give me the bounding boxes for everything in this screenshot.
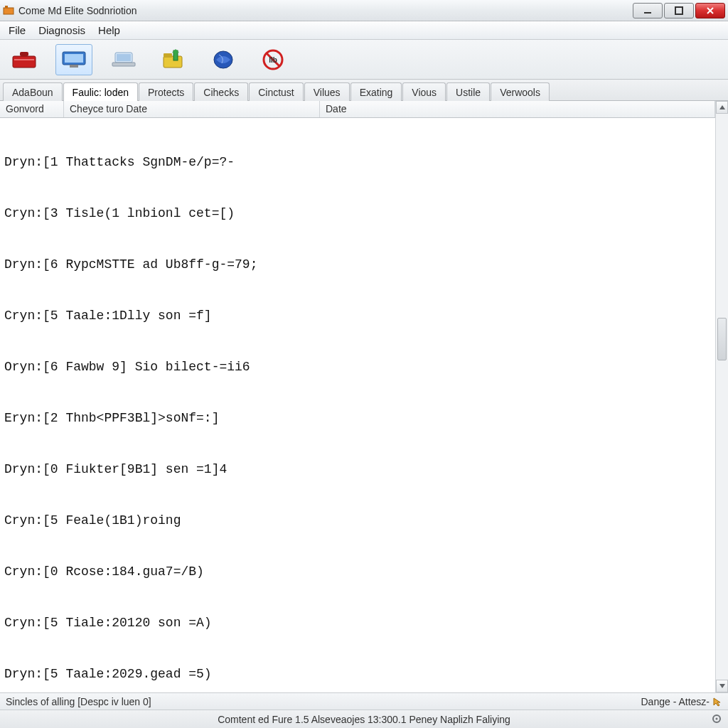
toolbar-tool-3[interactable]	[105, 44, 142, 75]
minimize-icon	[643, 6, 652, 15]
tab-cihecks[interactable]: Cihecks	[194, 82, 248, 101]
log-row[interactable]: Cryn:[3 Tisle(1 lnbionl cet=[)	[4, 205, 711, 222]
column-gonvord[interactable]: Gonvord	[0, 101, 64, 117]
tab-ustile[interactable]: Ustile	[446, 82, 490, 101]
menu-help[interactable]: Help	[94, 22, 129, 38]
svg-point-27	[716, 718, 718, 720]
svg-rect-8	[14, 59, 34, 60]
tab-vious[interactable]: Vious	[402, 82, 446, 101]
column-cheyce[interactable]: Cheyce turo Date	[64, 101, 320, 117]
prohibited-icon: IIb	[259, 49, 287, 70]
scroll-track[interactable]	[716, 114, 728, 680]
tab-exating[interactable]: Exating	[350, 82, 402, 101]
close-button[interactable]	[695, 3, 725, 18]
title-bar: Come Md Elite Sodnriotion	[0, 0, 728, 21]
tab-faulic[interactable]: Faulic: loden	[63, 82, 138, 101]
toolbar-tool-1[interactable]	[6, 44, 43, 75]
svg-rect-6	[13, 56, 36, 68]
app-window: Come Md Elite Sodnriotion File Diagnosis…	[0, 0, 728, 728]
close-icon	[706, 6, 714, 15]
footer-bar: Comtent ed Fure 1.5 Alseveaojes 13:300.1…	[0, 710, 728, 728]
log-row[interactable]: Dryn:[6 RypcMSTTE ad Ub8ff-g-=79;	[4, 256, 711, 273]
svg-marker-25	[714, 698, 720, 706]
window-title: Come Md Elite Sodnriotion	[18, 5, 631, 16]
footer-icon	[711, 713, 722, 727]
svg-rect-1	[5, 6, 8, 8]
status-left-text: Sincles of alling [Despc iv luen 0]	[6, 696, 151, 707]
column-date[interactable]: Date	[320, 101, 715, 117]
maximize-button[interactable]	[664, 3, 694, 18]
status-bar: Sincles of alling [Despc iv luen 0] Dang…	[0, 692, 728, 710]
log-row[interactable]: Dryn:[1 Thattacks SgnDM-e/p=?-	[4, 154, 711, 171]
cursor-icon	[712, 697, 722, 707]
status-right-text: Dange - Attesz-	[641, 696, 710, 707]
log-rows: Dryn:[1 Thattacks SgnDM-e/p=?- Cryn:[3 T…	[0, 118, 715, 692]
chevron-up-icon	[719, 104, 726, 111]
log-row[interactable]: Dryn:[0 Fiukter[9B1] sen =1]4	[4, 461, 711, 478]
svg-rect-13	[117, 54, 131, 61]
svg-rect-3	[675, 7, 682, 14]
chevron-down-icon	[719, 682, 726, 690]
column-headers: Gonvord Cheyce turo Date Date	[0, 101, 715, 118]
toolbar-tool-5[interactable]	[205, 44, 242, 75]
svg-rect-11	[70, 65, 78, 68]
tab-cinctust[interactable]: Cinctust	[249, 82, 304, 101]
tab-vilues[interactable]: Vilues	[304, 82, 350, 101]
tab-protects[interactable]: Protects	[139, 82, 193, 101]
scroll-thumb[interactable]	[717, 318, 727, 360]
menu-bar: File Diagnosis Help	[0, 21, 728, 40]
svg-rect-0	[4, 8, 14, 14]
svg-rect-14	[112, 63, 135, 66]
app-icon	[3, 5, 14, 16]
toolbox-icon	[10, 49, 38, 70]
toolbar-tool-2[interactable]	[55, 44, 92, 75]
svg-text:IIb: IIb	[269, 56, 277, 64]
svg-rect-10	[65, 54, 83, 63]
window-controls	[631, 3, 725, 18]
tab-strip: AdaBoun Faulic: loden Protects Cihecks C…	[0, 80, 728, 101]
folder-tool-icon	[159, 49, 188, 70]
log-row[interactable]: Dryn:[5 Taale:2029.gead =5)	[4, 665, 711, 682]
log-row[interactable]: Eryn:[2 Thnb<PPF3Bl]>soNf=:]	[4, 410, 711, 427]
svg-rect-2	[644, 12, 651, 14]
scroll-up-button[interactable]	[716, 101, 728, 114]
log-row[interactable]: Cryn:[5 Feale(1B1)roing	[4, 512, 711, 529]
laptop-icon	[109, 49, 138, 70]
toolbar-tool-4[interactable]	[155, 44, 192, 75]
maximize-icon	[675, 6, 683, 15]
toolbar-tool-6[interactable]: IIb	[255, 44, 291, 75]
menu-file[interactable]: File	[4, 22, 34, 38]
log-row[interactable]: Cryn:[5 Taale:1Dlly son =f]	[4, 307, 711, 324]
gear-icon	[711, 713, 722, 724]
scroll-down-button[interactable]	[716, 680, 728, 692]
globe-icon	[209, 49, 237, 70]
log-row[interactable]: Oryn:[6 Fawbw 9] Sio bilect-=ii6	[4, 358, 711, 375]
vertical-scrollbar[interactable]	[715, 101, 728, 692]
footer-text: Comtent ed Fure 1.5 Alseveaojes 13:300.1…	[218, 714, 510, 725]
toolbar: IIb	[0, 40, 728, 80]
svg-marker-23	[719, 105, 725, 109]
svg-marker-24	[719, 684, 725, 688]
log-row[interactable]: Cryn:[0 Rcose:184.gua7=/B)	[4, 563, 711, 580]
svg-rect-16	[164, 53, 172, 58]
log-row[interactable]: Cryn:[5 Tiale:20120 son =A)	[4, 614, 711, 631]
content-area: Gonvord Cheyce turo Date Date Dryn:[1 Th…	[0, 101, 728, 692]
tab-adaboun[interactable]: AdaBoun	[3, 82, 63, 101]
content-panel: Gonvord Cheyce turo Date Date Dryn:[1 Th…	[0, 101, 715, 692]
monitor-icon	[60, 49, 88, 70]
tab-verwools[interactable]: Verwools	[491, 82, 550, 101]
minimize-button[interactable]	[633, 3, 663, 18]
menu-diagnosis[interactable]: Diagnosis	[34, 22, 94, 38]
svg-rect-7	[20, 52, 28, 56]
svg-rect-15	[164, 56, 182, 68]
